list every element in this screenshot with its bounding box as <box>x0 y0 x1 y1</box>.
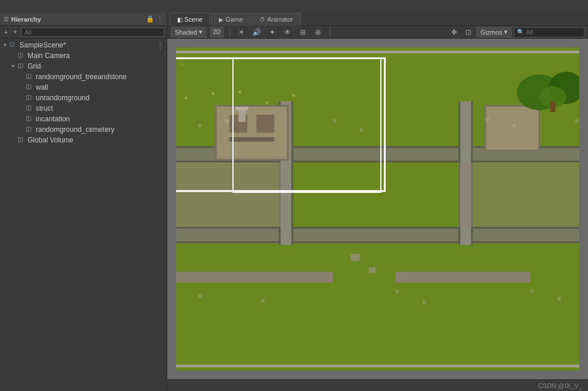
hierarchy-tree: ▼ ⬡ SampleScene* ⋮ ◫ Main Camera ▼ ◫ Gri… <box>0 39 167 391</box>
svg-rect-61 <box>238 108 245 122</box>
game-tab-label: Game <box>225 16 243 23</box>
hierarchy-add-btn[interactable]: + <box>2 29 9 36</box>
shaded-group: Shaded ▾ <box>171 27 207 38</box>
bottom-bar: CSDN @IX_V_ <box>167 379 588 391</box>
scene-topbar: ◧ Scene ▶ Game ⏱ Animator <box>167 13 588 26</box>
hierarchy-search-input[interactable] <box>21 28 164 37</box>
svg-rect-32 <box>292 94 295 97</box>
svg-rect-42 <box>176 242 579 243</box>
fx-icon[interactable]: ✦ <box>266 27 278 38</box>
tab-game[interactable]: ▶ Game <box>211 13 251 26</box>
gizmos-label: Gizmos <box>481 29 502 36</box>
wall-label: wall <box>36 83 48 91</box>
svg-rect-54 <box>216 106 288 159</box>
svg-rect-41 <box>176 227 579 229</box>
svg-rect-87 <box>575 119 579 123</box>
hierarchy-panel: ☰ Hierarchy 🔒 ⋮ + ▾ ▼ ⬡ SampleScene* ⋮ <box>0 13 167 391</box>
gizmos-dropdown[interactable]: Gizmos ▾ <box>477 27 512 38</box>
tree-item-randomground-cemetery[interactable]: ◫ randomground_cemetery <box>0 124 167 135</box>
svg-rect-67 <box>550 101 555 112</box>
scene-viewport <box>176 47 579 370</box>
object-icon-incantation: ◫ <box>26 115 34 123</box>
scene-search-box[interactable]: 🔍 <box>514 27 584 38</box>
svg-rect-39 <box>176 161 579 162</box>
scene-vis-icon[interactable]: 👁 <box>282 27 293 38</box>
svg-rect-94 <box>423 301 426 304</box>
tree-item-randomground-treeandstone[interactable]: ◫ randomground_treeandstone <box>0 72 167 82</box>
scene-label: SampleScene* <box>19 41 66 49</box>
main-camera-label: Main Camera <box>28 52 70 60</box>
tree-item-unrandomground[interactable]: ◫ unrandomground <box>0 93 167 103</box>
object-icon-rg: ◫ <box>26 73 34 81</box>
svg-rect-48 <box>292 101 293 245</box>
grid-toggle-icon[interactable]: ⊞ <box>297 27 309 38</box>
tree-item-wall[interactable]: ◫ wall <box>0 82 167 93</box>
hierarchy-header-icons: 🔒 ⋮ <box>146 15 163 23</box>
svg-rect-40 <box>176 227 579 243</box>
object-icon-wall: ◫ <box>26 83 34 91</box>
extra-icon[interactable]: ⊕ <box>312 27 324 38</box>
hierarchy-title: Hierarchy <box>11 16 41 23</box>
tab-scene[interactable]: ◧ Scene <box>170 13 210 26</box>
object-icon-gv: ◫ <box>18 136 26 144</box>
shaded-label: Shaded <box>175 29 197 36</box>
hierarchy-icon: ☰ <box>4 16 9 22</box>
tree-item-grid[interactable]: ▼ ◫ Grid <box>0 61 167 72</box>
svg-rect-59 <box>485 106 539 151</box>
top-tab-bar <box>0 0 588 13</box>
main-content: ☰ Hierarchy 🔒 ⋮ + ▾ ▼ ⬡ SampleScene* ⋮ <box>0 13 588 391</box>
svg-rect-92 <box>261 299 265 302</box>
svg-rect-62 <box>236 107 248 110</box>
svg-rect-82 <box>225 119 228 123</box>
svg-rect-84 <box>360 128 363 132</box>
separator-1 <box>229 28 230 37</box>
lighting-icon[interactable]: ☀ <box>236 27 248 38</box>
unrandomground-label: unrandomground <box>36 94 89 102</box>
tree-item-sample-scene[interactable]: ▼ ⬡ SampleScene* ⋮ <box>0 40 167 50</box>
svg-rect-81 <box>198 124 201 127</box>
object-icon-urg: ◫ <box>26 94 34 102</box>
animator-tab-icon: ⏱ <box>259 16 265 23</box>
scene-search-input[interactable] <box>526 29 582 36</box>
game-map-svg <box>176 47 579 370</box>
hierarchy-menu-icon[interactable]: ⋮ <box>157 15 163 23</box>
tree-item-struct[interactable]: ◫ struct <box>0 103 167 114</box>
svg-rect-6 <box>180 64 185 67</box>
scene-canvas[interactable] <box>167 39 588 379</box>
tree-item-global-volume[interactable]: ◫ Global Volume <box>0 135 167 145</box>
gizmos-chevron: ▾ <box>504 28 508 36</box>
svg-rect-53 <box>458 162 579 227</box>
svg-rect-95 <box>530 290 534 293</box>
expand-arrow-scene: ▼ <box>2 42 9 48</box>
scene-tab-label: Scene <box>184 16 202 23</box>
incantation-label: incantation <box>36 115 70 123</box>
scene-options-icon[interactable]: ⋮ <box>156 40 164 50</box>
separator-2 <box>330 28 330 37</box>
rg-treeandstone-label: randomground_treeandstone <box>36 73 127 81</box>
tree-item-incantation[interactable]: ◫ incantation <box>0 114 167 124</box>
object-icon-struct: ◫ <box>26 104 34 113</box>
scene-tab-icon: ◧ <box>177 16 183 23</box>
transform-tools[interactable]: ✥ <box>448 27 460 38</box>
hierarchy-lock-icon[interactable]: 🔒 <box>146 15 154 23</box>
global-volume-label: Global Volume <box>28 136 73 144</box>
svg-rect-72 <box>396 272 530 283</box>
svg-rect-28 <box>184 97 187 100</box>
svg-rect-52 <box>176 162 281 227</box>
2d-button[interactable]: 2D <box>210 27 224 38</box>
animator-tab-label: Animator <box>267 16 293 23</box>
shaded-chevron: ▾ <box>199 28 202 36</box>
object-icon-rg-cemetery: ◫ <box>26 125 34 134</box>
expand-arrow-grid: ▼ <box>11 63 18 69</box>
hierarchy-toolbar: + ▾ <box>0 26 167 39</box>
svg-rect-91 <box>198 294 201 298</box>
watermark-text: CSDN @IX_V_ <box>538 382 582 389</box>
search-icon: 🔍 <box>517 29 524 35</box>
tab-animator[interactable]: ⏱ Animator <box>252 13 300 26</box>
audio-icon[interactable]: 🔊 <box>251 27 263 38</box>
hierarchy-header-left: ☰ Hierarchy <box>4 16 41 23</box>
tree-item-main-camera[interactable]: ◫ Main Camera <box>0 50 167 61</box>
shaded-dropdown[interactable]: Shaded ▾ <box>171 27 207 38</box>
pivot-icon[interactable]: ⊡ <box>462 27 474 38</box>
svg-rect-93 <box>396 290 399 293</box>
